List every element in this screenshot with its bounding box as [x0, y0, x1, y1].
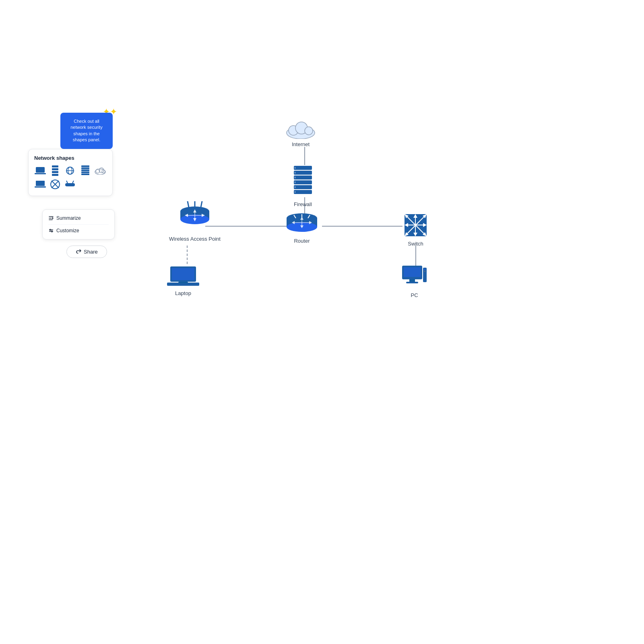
- pc-icon: [401, 266, 427, 290]
- pc-label: PC: [411, 292, 418, 298]
- svg-rect-45: [294, 190, 312, 194]
- svg-point-28: [50, 229, 51, 231]
- shape-firewall-panel[interactable]: [79, 165, 91, 176]
- svg-line-25: [72, 181, 74, 183]
- svg-rect-5: [52, 174, 58, 176]
- svg-rect-11: [81, 169, 89, 171]
- svg-rect-18: [36, 181, 45, 186]
- svg-line-24: [66, 181, 68, 183]
- ai-panel: Summarize Customize: [42, 209, 115, 239]
- shape-network[interactable]: [64, 165, 76, 176]
- shapes-grid: [34, 165, 107, 190]
- svg-rect-44: [294, 185, 312, 189]
- svg-point-39: [305, 127, 313, 135]
- tooltip-card: Check out all network security shapes in…: [60, 113, 113, 149]
- svg-rect-96: [406, 282, 418, 283]
- svg-rect-13: [81, 173, 89, 175]
- svg-rect-0: [36, 167, 45, 173]
- svg-point-29: [52, 231, 53, 232]
- share-label: Share: [84, 249, 98, 255]
- laptop-node: Laptop: [167, 266, 199, 296]
- share-button[interactable]: Share: [66, 246, 107, 258]
- svg-rect-94: [404, 267, 421, 277]
- router-label: Router: [294, 238, 310, 244]
- switch-node: Switch: [402, 212, 429, 247]
- svg-rect-90: [172, 268, 194, 280]
- shape-crossover[interactable]: [49, 179, 61, 190]
- svg-line-77: [188, 201, 189, 207]
- pc-node: PC: [401, 266, 427, 298]
- svg-rect-2: [52, 165, 58, 167]
- wap-node: Wireless Access Point: [169, 201, 221, 243]
- internet-label: Internet: [292, 141, 310, 147]
- customize-button[interactable]: Customize: [48, 226, 109, 235]
- svg-rect-12: [81, 171, 89, 173]
- shape-router-panel[interactable]: [64, 179, 76, 190]
- customize-label: Customize: [56, 228, 79, 233]
- shapes-panel-title: Network shapes: [34, 155, 107, 161]
- svg-rect-40: [294, 166, 312, 170]
- svg-rect-95: [409, 279, 415, 282]
- shape-laptop[interactable]: [34, 165, 46, 176]
- wap-icon: [179, 201, 211, 233]
- svg-rect-42: [294, 175, 312, 180]
- internet-cloud-icon: [285, 117, 317, 139]
- laptop-icon: [167, 266, 199, 288]
- router-node: Router: [286, 213, 318, 244]
- switch-label: Switch: [408, 241, 423, 247]
- shape-laptop2[interactable]: [34, 179, 46, 190]
- svg-rect-9: [81, 165, 89, 167]
- svg-rect-10: [81, 167, 89, 169]
- svg-point-99: [424, 271, 425, 272]
- shape-server[interactable]: [49, 165, 61, 176]
- firewall-label: Firewall: [294, 201, 312, 207]
- tooltip-text: Check out all network security shapes in…: [70, 119, 102, 142]
- share-button-wrapper: Share: [66, 246, 107, 258]
- svg-rect-41: [294, 171, 312, 175]
- internet-node: Internet: [285, 117, 317, 147]
- svg-rect-92: [178, 282, 188, 283]
- svg-rect-98: [424, 269, 426, 270]
- router-icon: [286, 213, 318, 235]
- summarize-button[interactable]: Summarize: [48, 214, 109, 225]
- switch-icon: [402, 212, 429, 238]
- connections-svg: [0, 0, 644, 644]
- svg-rect-3: [52, 168, 58, 170]
- svg-rect-1: [35, 173, 46, 174]
- svg-line-79: [201, 201, 202, 207]
- svg-rect-4: [52, 171, 58, 173]
- svg-rect-23: [65, 183, 75, 186]
- firewall-icon: [292, 165, 314, 197]
- summarize-label: Summarize: [56, 215, 81, 221]
- laptop-label: Laptop: [175, 290, 191, 296]
- shape-cloud-panel[interactable]: [94, 165, 106, 176]
- svg-rect-19: [35, 186, 46, 188]
- wap-label: Wireless Access Point: [169, 236, 221, 243]
- shapes-panel: Network shapes: [28, 149, 113, 196]
- firewall-node: Firewall: [292, 165, 314, 207]
- svg-rect-43: [294, 180, 312, 184]
